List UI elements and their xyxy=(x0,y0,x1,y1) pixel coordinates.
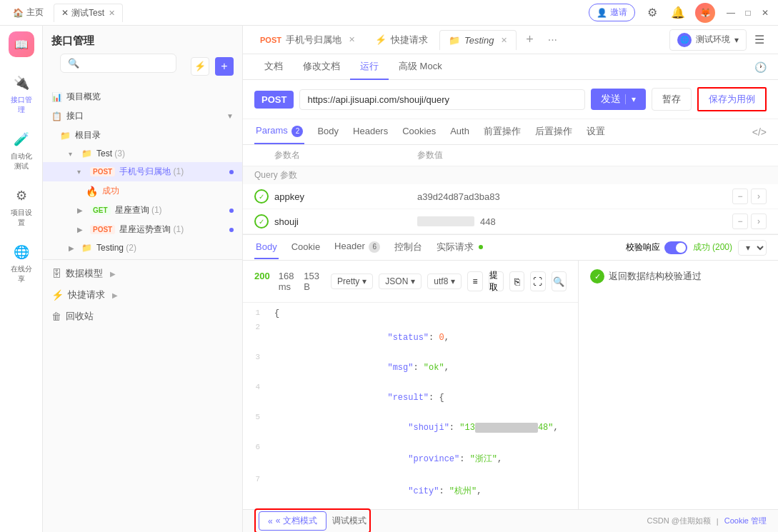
sub-tab-run[interactable]: 运行 xyxy=(350,54,389,80)
notification-icon-btn[interactable]: 🔔 xyxy=(669,4,687,21)
tab-more-button[interactable]: ··· xyxy=(542,30,562,50)
sidebar-search[interactable]: 🔍 xyxy=(60,54,176,73)
copy-btn[interactable]: ⎘ xyxy=(509,271,524,291)
sidebar-item-project[interactable]: ⚙ 项目设置 xyxy=(6,181,37,232)
add-button[interactable]: + xyxy=(215,57,234,76)
project-icon: ⚙ xyxy=(11,186,31,206)
response-tab-console[interactable]: 控制台 xyxy=(393,235,424,261)
time-icon-btn[interactable]: 🕐 xyxy=(754,61,767,73)
tree-item-test-folder[interactable]: ▾ 📁 Test (3) xyxy=(43,145,242,162)
code-line: 5 "shouji": "13xxxxxxxxxx48", xyxy=(243,413,578,443)
tree-item-root-folder[interactable]: 📁 根目录 xyxy=(43,126,242,145)
params-tab-settings[interactable]: 设置 xyxy=(585,119,607,145)
type-select[interactable]: JSON ▾ xyxy=(379,273,422,289)
tab-test[interactable]: ✕ 测试Test ✕ xyxy=(54,4,123,22)
search-in-response-btn[interactable]: 🔍 xyxy=(552,271,567,291)
tab-post-phone-close[interactable]: ✕ xyxy=(349,35,355,44)
type-chevron: ▾ xyxy=(411,276,415,286)
doc-mode-label: « 文档模式 xyxy=(276,515,317,527)
response-tab-body[interactable]: Body xyxy=(254,236,279,259)
avatar[interactable]: 🦊 xyxy=(695,3,715,23)
params-tab-cookies[interactable]: Cookies xyxy=(401,120,437,144)
tree-item-success[interactable]: 🔥 成功 xyxy=(43,181,242,201)
tree-item-post-star-fortune[interactable]: ▶ POST 星座运势查询 (1) xyxy=(43,220,242,239)
save-draft-button[interactable]: 暂存 xyxy=(652,88,692,111)
search-input[interactable] xyxy=(84,59,169,69)
line-content-1: { xyxy=(269,308,578,318)
param-expand-appkey[interactable]: › xyxy=(751,189,767,204)
cookie-mgmt-btn[interactable]: Cookie 管理 xyxy=(724,516,767,526)
close-button[interactable]: ✕ xyxy=(758,6,772,20)
tab-testing[interactable]: 📁 Testing ✕ xyxy=(439,30,517,50)
env-selector[interactable]: 🌐 测试环境 ▾ xyxy=(669,29,747,51)
extract-btn[interactable]: 提取 xyxy=(489,271,504,291)
encoding-select[interactable]: utf8 ▾ xyxy=(427,273,462,289)
testing-tab-close[interactable]: ✕ xyxy=(501,36,507,45)
params-tab-auth[interactable]: Auth xyxy=(449,120,471,144)
success-icon: 🔥 xyxy=(86,186,98,197)
tab-add-button[interactable]: + xyxy=(519,30,539,50)
params-tab-body[interactable]: Body xyxy=(316,120,340,144)
sidebar-item-api-mgmt[interactable]: 🔌 接口管理 xyxy=(6,69,37,119)
param-check-appkey[interactable]: ✓ xyxy=(254,189,269,204)
response-tab-cookie[interactable]: Cookie xyxy=(290,236,321,259)
param-value-appkey[interactable]: a39d24d87ad3ba83 xyxy=(417,191,724,202)
response-tab-actual-request[interactable]: 实际请求 xyxy=(435,235,484,261)
params-tab-headers[interactable]: Headers xyxy=(351,120,389,144)
fullscreen-btn[interactable]: ⛶ xyxy=(530,271,545,291)
format-select[interactable]: Pretty ▾ xyxy=(331,273,373,289)
tab-post-phone[interactable]: POST 手机号归属地 ✕ xyxy=(251,29,364,51)
code-icon-btn[interactable]: </> xyxy=(752,126,767,138)
sidebar-item-auto-test[interactable]: 🧪 自动化测试 xyxy=(6,125,37,176)
post-phone-dot xyxy=(229,170,234,174)
sidebar-item-recycle-bin[interactable]: 🗑 回收站 xyxy=(43,306,242,327)
settings-icon-btn[interactable]: ⚙ xyxy=(644,4,661,21)
params-tab-post-op[interactable]: 后置操作 xyxy=(534,119,574,145)
validate-toggle[interactable] xyxy=(664,241,687,254)
param-expand-shouji[interactable]: › xyxy=(751,214,767,229)
tree-item-testing-folder[interactable]: ▶ 📁 Testing (2) xyxy=(43,239,242,256)
tab-quick-request[interactable]: ⚡ 快捷请求 xyxy=(366,29,437,51)
save-example-button[interactable]: 保存为用例 xyxy=(697,87,767,111)
sidebar-title: 接口管理 xyxy=(51,34,94,48)
icon-bar: 📖 🔌 接口管理 🧪 自动化测试 ⚙ 项目设置 🌐 在线分享 xyxy=(0,26,43,532)
param-minus-appkey[interactable]: − xyxy=(732,189,748,204)
sub-tab-edit-doc[interactable]: 修改文档 xyxy=(293,54,350,80)
tree-item-api-section[interactable]: 📋 接口 ▼ xyxy=(43,106,242,126)
send-button[interactable]: 发送 ▾ xyxy=(591,89,646,110)
send-btn-arrow[interactable]: ▾ xyxy=(625,94,636,104)
testing-tab-label: Testing xyxy=(464,35,494,46)
filter-button[interactable]: ⚡ xyxy=(191,57,209,76)
maximize-button[interactable]: □ xyxy=(741,6,755,20)
hamburger-menu[interactable]: ☰ xyxy=(749,30,769,50)
param-value-shouji[interactable]: 448 xyxy=(417,216,724,227)
sub-tab-advanced-mock[interactable]: 高级 Mock xyxy=(389,54,452,80)
response-code-select[interactable]: ▾ xyxy=(738,240,767,256)
minimize-button[interactable]: — xyxy=(724,6,738,20)
params-tabs: Params 2 Body Headers Cookies Auth 前置操作 xyxy=(243,119,778,145)
url-input[interactable] xyxy=(299,89,585,110)
doc-mode-button[interactable]: « « 文档模式 xyxy=(259,511,326,531)
param-name-appkey[interactable]: appkey xyxy=(274,191,417,202)
response-tab-header[interactable]: Header 6 xyxy=(333,235,381,260)
online-share-icon: 🌐 xyxy=(11,242,31,262)
debug-mode-label[interactable]: 调试模式 xyxy=(332,515,366,527)
tree-item-post-phone[interactable]: ▾ POST 手机号归属地 (1) xyxy=(43,162,242,181)
tab-close-icon[interactable]: ✕ xyxy=(109,9,115,18)
sidebar-item-data-model[interactable]: 🗄 数据模型 ▶ xyxy=(43,263,242,284)
param-check-shouji[interactable]: ✓ xyxy=(254,214,269,229)
query-params-section: Query 参数 xyxy=(243,166,778,184)
params-tab-params[interactable]: Params 2 xyxy=(254,119,304,144)
invite-button[interactable]: 👤 邀请 xyxy=(589,4,635,21)
param-minus-shouji[interactable]: − xyxy=(732,214,748,229)
params-tab-pre-op[interactable]: 前置操作 xyxy=(482,119,522,145)
param-name-shouji[interactable]: shouji xyxy=(274,216,417,227)
wrap-icon-btn[interactable]: ≡ xyxy=(467,271,482,291)
sidebar-item-online-share[interactable]: 🌐 在线分享 xyxy=(6,238,37,288)
tab-home[interactable]: 🏠 主页 xyxy=(6,4,51,21)
sub-tab-doc[interactable]: 文档 xyxy=(254,54,293,80)
tree-item-get-star[interactable]: ▶ GET 星座查询 (1) xyxy=(43,201,242,220)
tree-item-project-overview[interactable]: 📊 项目概览 xyxy=(43,87,242,106)
expand-icon: ▼ xyxy=(226,112,234,120)
sidebar-item-quick-request[interactable]: ⚡ 快捷请求 ▶ xyxy=(43,284,242,306)
